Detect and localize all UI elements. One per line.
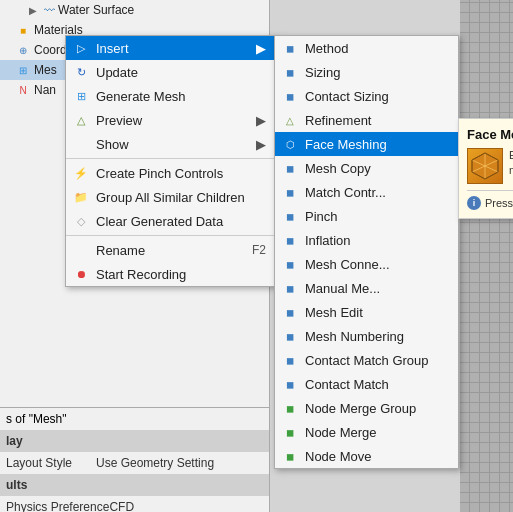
- mesh-connect-icon: ◼: [281, 255, 299, 273]
- submenu-mesh-numbering[interactable]: ◼ Mesh Numbering: [275, 324, 458, 348]
- submenu-label: Mesh Numbering: [305, 329, 404, 344]
- menu-item-insert[interactable]: ▷ Insert ▶: [66, 36, 274, 60]
- submenu-label: Mesh Conne...: [305, 257, 390, 272]
- menu-label: Show: [96, 137, 129, 152]
- menu-item-show[interactable]: Show ▶: [66, 132, 274, 156]
- menu-item-generate-mesh[interactable]: ⊞ Generate Mesh: [66, 84, 274, 108]
- bottom-panel: s of "Mesh" lay Layout Style Use Geometr…: [0, 407, 270, 512]
- submenu-label: Refinement: [305, 113, 371, 128]
- tree-label: Mes: [34, 63, 57, 77]
- match-ctrl-icon: ◼: [281, 183, 299, 201]
- display-label: lay: [6, 434, 96, 448]
- bottom-row-layout: Layout Style Use Geometry Setting: [0, 452, 269, 474]
- submenu-node-move[interactable]: ◼ Node Move: [275, 444, 458, 468]
- mesh-copy-icon: ◼: [281, 159, 299, 177]
- menu-item-update[interactable]: ↻ Update: [66, 60, 274, 84]
- tooltip: Face Meshing Enable the gen mapped mesh …: [458, 118, 513, 219]
- contact-sizing-icon: ◼: [281, 87, 299, 105]
- tree-label: Nan: [34, 83, 56, 97]
- layout-value: Use Geometry Setting: [96, 456, 214, 470]
- submenu-mesh-copy[interactable]: ◼ Mesh Copy: [275, 156, 458, 180]
- submenu-pinch[interactable]: ◼ Pinch: [275, 204, 458, 228]
- submenu-contact-match-group[interactable]: ◼ Contact Match Group: [275, 348, 458, 372]
- menu-item-group-similar[interactable]: 📁 Group All Similar Children: [66, 185, 274, 209]
- mesh-number-icon: ◼: [281, 327, 299, 345]
- face-mesh-svg: [470, 151, 500, 181]
- menu-label: Clear Generated Data: [96, 214, 223, 229]
- submenu-face-meshing[interactable]: ⬡ Face Meshing: [275, 132, 458, 156]
- rename-icon: [72, 241, 90, 259]
- insert-icon: ▷: [72, 39, 90, 57]
- submenu: ◼ Method ◼ Sizing ◼ Contact Sizing △ Ref…: [274, 35, 459, 469]
- submenu-arrow3: ▶: [256, 137, 266, 152]
- tooltip-title: Face Meshing: [467, 127, 513, 142]
- show-icon: [72, 135, 90, 153]
- submenu-arrow: ▶: [256, 41, 266, 56]
- tree-label: Water Surface: [58, 3, 134, 17]
- menu-label: Start Recording: [96, 267, 186, 282]
- submenu-label: Pinch: [305, 209, 338, 224]
- pinch-sub-icon: ◼: [281, 207, 299, 225]
- water-icon: 〰: [44, 4, 55, 16]
- submenu-contact-match[interactable]: ◼ Contact Match: [275, 372, 458, 396]
- inflation-icon: ◼: [281, 231, 299, 249]
- pinch-icon: ⚡: [72, 164, 90, 182]
- materials-icon: ■: [15, 22, 31, 38]
- submenu-mesh-edit[interactable]: ◼ Mesh Edit: [275, 300, 458, 324]
- submenu-label: Manual Me...: [305, 281, 380, 296]
- physics-label: Physics Preference: [6, 500, 109, 512]
- submenu-contact-sizing[interactable]: ◼ Contact Sizing: [275, 84, 458, 108]
- menu-label: Insert: [96, 41, 129, 56]
- cmg-icon: ◼: [281, 351, 299, 369]
- help-icon: i: [467, 196, 481, 210]
- submenu-label: Method: [305, 41, 348, 56]
- menu-item-start-recording[interactable]: ⏺ Start Recording: [66, 262, 274, 286]
- bottom-row-header-1: lay: [0, 430, 269, 452]
- manual-mesh-icon: ◼: [281, 279, 299, 297]
- submenu-label: Contact Sizing: [305, 89, 389, 104]
- submenu-label: Node Merge Group: [305, 401, 416, 416]
- menu-separator-2: [66, 235, 274, 236]
- menu-label: Group All Similar Children: [96, 190, 245, 205]
- submenu-label: Inflation: [305, 233, 351, 248]
- menu-item-rename[interactable]: Rename F2: [66, 238, 274, 262]
- rename-shortcut: F2: [252, 243, 266, 257]
- nan-icon: N: [15, 82, 31, 98]
- tooltip-icon: [467, 148, 503, 184]
- method-icon: ◼: [281, 39, 299, 57]
- submenu-label: Match Contr...: [305, 185, 386, 200]
- submenu-inflation[interactable]: ◼ Inflation: [275, 228, 458, 252]
- clear-icon: ◇: [72, 212, 90, 230]
- context-menu: ▷ Insert ▶ ↻ Update ⊞ Generate Mesh △ Pr…: [65, 35, 275, 287]
- submenu-node-merge[interactable]: ◼ Node Merge: [275, 420, 458, 444]
- menu-label: Create Pinch Controls: [96, 166, 223, 181]
- coord-icon: ⊕: [15, 42, 31, 58]
- bottom-row-header-2: ults: [0, 474, 269, 496]
- submenu-manual-mesh[interactable]: ◼ Manual Me...: [275, 276, 458, 300]
- submenu-label: Node Merge: [305, 425, 377, 440]
- mesh-icon: ⊞: [15, 62, 31, 78]
- face-meshing-icon: ⬡: [281, 135, 299, 153]
- gen-mesh-icon: ⊞: [72, 87, 90, 105]
- submenu-sizing[interactable]: ◼ Sizing: [275, 60, 458, 84]
- submenu-refinement[interactable]: △ Refinement: [275, 108, 458, 132]
- submenu-match-ctrl[interactable]: ◼ Match Contr...: [275, 180, 458, 204]
- submenu-label: Contact Match: [305, 377, 389, 392]
- record-icon: ⏺: [72, 265, 90, 283]
- tree-item-water-surface[interactable]: ▶ 〰 Water Surface: [0, 0, 269, 20]
- tooltip-text: Enable the gen mapped mesh: [509, 148, 513, 179]
- menu-item-create-pinch[interactable]: ⚡ Create Pinch Controls: [66, 161, 274, 185]
- menu-item-clear[interactable]: ◇ Clear Generated Data: [66, 209, 274, 233]
- update-icon: ↻: [72, 63, 90, 81]
- tooltip-body: Enable the gen mapped mesh: [467, 148, 513, 184]
- submenu-arrow2: ▶: [256, 113, 266, 128]
- physics-value: CFD: [109, 500, 134, 512]
- group-icon: 📁: [72, 188, 90, 206]
- submenu-method[interactable]: ◼ Method: [275, 36, 458, 60]
- submenu-node-merge-group[interactable]: ◼ Node Merge Group: [275, 396, 458, 420]
- defaults-label: ults: [6, 478, 96, 492]
- menu-label: Preview: [96, 113, 142, 128]
- menu-item-preview[interactable]: △ Preview ▶: [66, 108, 274, 132]
- submenu-mesh-connect[interactable]: ◼ Mesh Conne...: [275, 252, 458, 276]
- expand-icon: ▶: [25, 2, 41, 18]
